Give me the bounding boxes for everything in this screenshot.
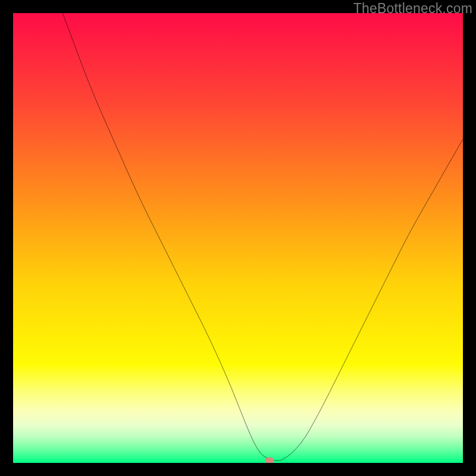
chart-stage: TheBottleneck.com bbox=[0, 0, 476, 476]
attribution-text: TheBottleneck.com bbox=[353, 1, 472, 17]
bottleneck-curve bbox=[13, 13, 463, 463]
optimal-point-marker bbox=[265, 458, 274, 463]
plot-area bbox=[13, 13, 463, 463]
